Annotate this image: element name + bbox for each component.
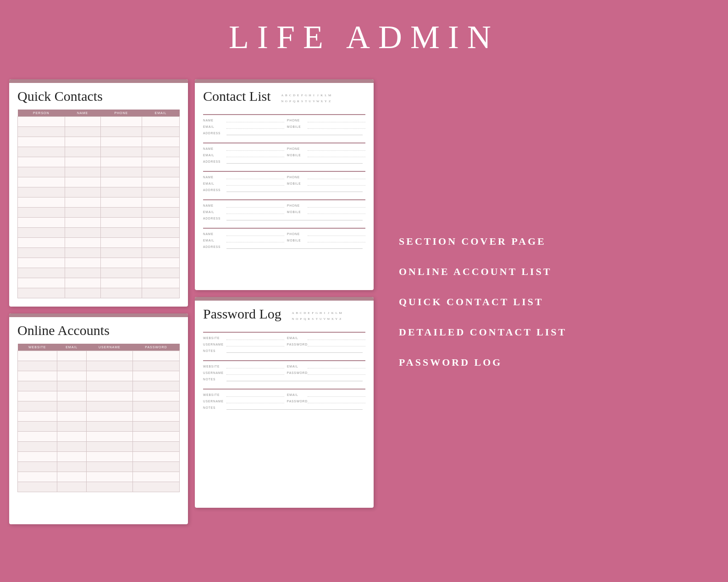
sidebar-item-section-cover[interactable]: SECTION COVER PAGE <box>399 236 700 247</box>
alphabet-letter[interactable]: R <box>297 99 300 103</box>
alphabet-letter[interactable]: E <box>297 93 300 97</box>
alphabet-letter[interactable]: B <box>285 93 288 97</box>
alphabet-letter[interactable]: Z <box>339 317 342 321</box>
alphabet-letter[interactable]: X <box>320 99 324 103</box>
alphabet-letter[interactable]: V <box>323 317 327 321</box>
alphabet-letter[interactable]: P <box>289 99 292 103</box>
field-line <box>308 203 365 208</box>
contact-field-row: NOTES <box>203 348 365 353</box>
alphabet-letter[interactable]: O <box>285 99 288 103</box>
table-cell <box>18 117 65 127</box>
alphabet-letter[interactable]: P <box>299 317 303 321</box>
alphabet-letter[interactable]: Y <box>335 317 339 321</box>
table-cell <box>86 432 132 442</box>
sidebar-item-online-account[interactable]: ONLINE ACCOUNT LIST <box>399 266 700 278</box>
col-password: PASSWORD <box>132 344 179 351</box>
alphabet-letter[interactable]: L <box>335 311 339 315</box>
field-line <box>226 405 363 410</box>
alphabet-letter[interactable]: T <box>304 99 308 103</box>
sidebar-item-password-log[interactable]: PASSWORD LOG <box>399 357 700 368</box>
alphabet-letter[interactable]: J <box>327 311 331 315</box>
alphabet-letter[interactable]: S <box>311 317 315 321</box>
alphabet-letter[interactable]: W <box>327 317 331 321</box>
field-line <box>226 238 284 242</box>
alphabet-letter[interactable]: Z <box>328 99 332 103</box>
field-label: WEBSITE <box>203 393 224 396</box>
field-line <box>226 392 284 397</box>
alphabet-letter[interactable]: B <box>295 311 299 315</box>
table-row <box>18 361 180 371</box>
alphabet-letter[interactable]: R <box>307 317 311 321</box>
alphabet-letter[interactable]: K <box>320 93 324 97</box>
field-label: NOTES <box>203 349 224 352</box>
alphabet-letter[interactable]: T <box>315 317 319 321</box>
alphabet-letter[interactable]: E <box>307 311 311 315</box>
alphabet-letter[interactable]: X <box>331 317 335 321</box>
table-cell <box>132 412 179 422</box>
table-row <box>18 381 180 391</box>
sidebar-item-detailed-contact[interactable]: DETAILED CONTACT LIST <box>399 326 700 338</box>
alphabet-letter[interactable]: F <box>311 311 315 315</box>
alphabet-letter[interactable]: H <box>309 93 312 97</box>
alphabet-letter[interactable]: W <box>316 99 320 103</box>
alphabet-letter[interactable]: O <box>295 317 299 321</box>
alphabet-letter[interactable]: D <box>303 311 307 315</box>
field-label: NAME <box>203 232 224 236</box>
contact-field-row: NAMEPHONE <box>203 118 365 122</box>
alphabet-letter[interactable]: S <box>301 99 304 103</box>
alphabet-letter[interactable]: C <box>289 93 292 97</box>
alphabet-letter[interactable]: I <box>312 93 316 97</box>
field-label: EMAIL <box>203 210 224 214</box>
table-cell <box>65 268 100 278</box>
contact-field-row: EMAILMOBILE <box>203 181 365 186</box>
alphabet-letter[interactable]: K <box>331 311 335 315</box>
field-line <box>308 181 365 186</box>
sidebar-item-quick-contact[interactable]: QUICK CONTACT LIST <box>399 296 700 308</box>
alphabet-letter[interactable]: F <box>301 93 304 97</box>
alphabet-letter[interactable]: I <box>323 311 327 315</box>
alphabet-letter[interactable]: A <box>292 311 295 315</box>
table-cell <box>57 452 86 462</box>
alphabet-letter[interactable]: A <box>281 93 284 97</box>
contact-separator <box>203 360 365 361</box>
field-label: MOBILE <box>287 210 308 214</box>
contact-list-title: Contact List <box>203 88 270 104</box>
field-line <box>308 370 365 375</box>
table-cell <box>18 361 57 371</box>
contact-field-row: ADDRESS <box>203 159 365 164</box>
table-cell <box>132 482 179 492</box>
table-cell <box>57 482 86 492</box>
table-cell <box>18 248 65 258</box>
alphabet-letter[interactable]: J <box>316 93 320 97</box>
alphabet-letter[interactable]: Y <box>324 99 328 103</box>
alphabet-letter[interactable]: N <box>281 99 284 103</box>
alphabet-letter[interactable]: N <box>292 317 295 321</box>
alphabet-letter[interactable]: U <box>319 317 323 321</box>
alphabet-letter[interactable]: U <box>309 99 312 103</box>
table-row <box>18 422 180 432</box>
alphabet-letter[interactable]: Q <box>303 317 307 321</box>
table-cell <box>18 381 57 391</box>
field-label: NAME <box>203 176 224 179</box>
table-cell <box>18 401 57 412</box>
alphabet-letter[interactable]: G <box>315 311 319 315</box>
alphabet-letter[interactable]: M <box>339 311 342 315</box>
alphabet-letter[interactable]: L <box>324 93 328 97</box>
alphabet-letter[interactable]: M <box>328 93 332 97</box>
alphabet-letter[interactable]: V <box>312 99 316 103</box>
table-cell <box>100 177 142 187</box>
contact-field-row: EMAILMOBILE <box>203 153 365 157</box>
alphabet-letter[interactable]: C <box>299 311 303 315</box>
alphabet-letter[interactable]: Q <box>292 99 296 103</box>
table-cell <box>65 218 100 228</box>
online-accounts-top-border <box>9 313 188 317</box>
table-row <box>18 218 180 228</box>
field-label: ADDRESS <box>203 188 224 192</box>
alphabet-letter[interactable]: H <box>319 311 323 315</box>
contact-list-header: Contact List ABCDEFGHIJKLM NOPQRSTUVWXYZ <box>203 88 365 110</box>
alphabet-letter[interactable]: G <box>304 93 308 97</box>
table-cell <box>142 157 180 167</box>
right-column: SECTION COVER PAGE ONLINE ACCOUNT LIST Q… <box>381 79 719 524</box>
alphabet-letter[interactable]: D <box>292 93 296 97</box>
pw-alphabet-row1: ABCDEFGHIJKLM <box>292 311 342 315</box>
